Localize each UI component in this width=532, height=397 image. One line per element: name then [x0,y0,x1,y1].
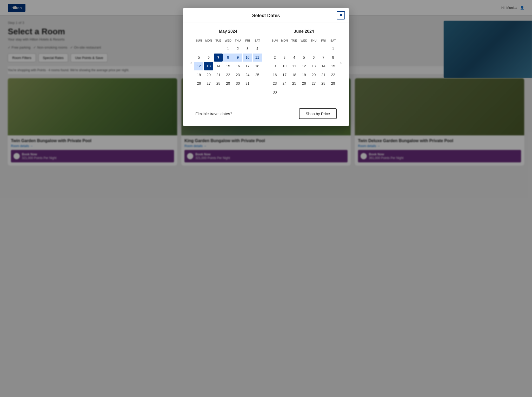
may-day-25[interactable]: 25 [253,71,262,79]
may-empty-1 [194,45,203,53]
june-empty-end-1 [280,88,289,97]
june-empty-1 [270,45,279,53]
calendars: May 2024 SUN MON TUE WED THU FRI SAT [194,29,338,97]
may-fri-header: FRI [243,38,252,44]
may-empty-end [253,80,262,88]
may-day-24[interactable]: 24 [243,71,252,79]
june-empty-4 [299,45,308,53]
modal-overlay: Select Dates ✕ ‹ › May 2024 SUN MON [0,0,532,397]
june-calendar-grid: SUN MON TUE WED THU FRI SAT [270,38,338,97]
june-sun-header: SUN [270,38,279,44]
may-day-30[interactable]: 30 [233,80,242,88]
june-empty-end-5 [319,88,328,97]
june-empty-end-4 [309,88,318,97]
may-empty-3 [214,45,223,53]
june-fri-header: FRI [319,38,328,44]
june-calendar: June 2024 SUN MON TUE WED THU FRI SAT [270,29,338,97]
may-day-18[interactable]: 18 [253,62,262,70]
select-dates-modal: Select Dates ✕ ‹ › May 2024 SUN MON [183,8,349,126]
may-day-9[interactable]: 9 [233,54,242,62]
june-day-19[interactable]: 19 [299,71,308,79]
may-tue-header: TUE [214,38,223,44]
june-day-4[interactable]: 4 [290,54,299,62]
may-day-28[interactable]: 28 [214,80,223,88]
june-day-7[interactable]: 7 [319,54,328,62]
may-calendar-title: May 2024 [194,29,262,34]
may-day-31[interactable]: 31 [243,80,252,88]
may-thu-header: THU [233,38,242,44]
june-empty-2 [280,45,289,53]
may-day-6[interactable]: 6 [204,54,213,62]
june-day-9[interactable]: 9 [270,62,279,70]
may-day-22[interactable]: 22 [223,71,232,79]
june-calendar-title: June 2024 [270,29,338,34]
june-day-27[interactable]: 27 [309,80,318,88]
may-day-15[interactable]: 15 [223,62,232,70]
may-day-19[interactable]: 19 [194,71,203,79]
june-day-29[interactable]: 29 [329,80,338,88]
june-empty-end-2 [290,88,299,97]
may-day-20[interactable]: 20 [204,71,213,79]
may-day-12[interactable]: 12 [194,62,203,70]
may-day-11[interactable]: 11 [253,54,262,62]
june-day-30[interactable]: 30 [270,88,279,97]
modal-footer: Flexible travel dates? Shop by Price [189,108,343,119]
may-day-5[interactable]: 5 [194,54,203,62]
june-day-10[interactable]: 10 [280,62,289,70]
june-day-1[interactable]: 1 [329,45,338,53]
next-month-button[interactable]: › [339,58,343,67]
june-day-24[interactable]: 24 [280,80,289,88]
may-day-1[interactable]: 1 [223,45,232,53]
may-mon-header: MON [204,38,213,44]
may-day-26[interactable]: 26 [194,80,203,88]
june-day-21[interactable]: 21 [319,71,328,79]
june-day-5[interactable]: 5 [299,54,308,62]
may-day-16[interactable]: 16 [233,62,242,70]
june-day-26[interactable]: 26 [299,80,308,88]
june-day-3[interactable]: 3 [280,54,289,62]
june-day-28[interactable]: 28 [319,80,328,88]
may-day-14[interactable]: 14 [214,62,223,70]
june-day-12[interactable]: 12 [299,62,308,70]
june-day-23[interactable]: 23 [270,80,279,88]
may-day-3[interactable]: 3 [243,45,252,53]
may-day-27[interactable]: 27 [204,80,213,88]
june-tue-header: TUE [290,38,299,44]
prev-month-button[interactable]: ‹ [189,58,193,67]
june-empty-6 [319,45,328,53]
june-day-20[interactable]: 20 [309,71,318,79]
june-day-14[interactable]: 14 [319,62,328,70]
modal-body: ‹ › May 2024 SUN MON TUE WED THU FRI [183,23,349,119]
june-sat-header: SAT [329,38,338,44]
may-day-17[interactable]: 17 [243,62,252,70]
june-day-13[interactable]: 13 [309,62,318,70]
may-sun-header: SUN [194,38,203,44]
june-day-18[interactable]: 18 [290,71,299,79]
june-day-16[interactable]: 16 [270,71,279,79]
june-empty-end-3 [299,88,308,97]
may-day-10[interactable]: 10 [243,54,252,62]
may-day-13[interactable]: 13 [204,62,213,70]
may-day-21[interactable]: 21 [214,71,223,79]
shop-by-price-button[interactable]: Shop by Price [299,108,337,119]
june-day-22[interactable]: 22 [329,71,338,79]
june-day-15[interactable]: 15 [329,62,338,70]
may-day-4[interactable]: 4 [253,45,262,53]
june-day-8[interactable]: 8 [329,54,338,62]
june-empty-3 [290,45,299,53]
june-day-2[interactable]: 2 [270,54,279,62]
may-day-23[interactable]: 23 [233,71,242,79]
may-empty-2 [204,45,213,53]
may-day-29[interactable]: 29 [223,80,232,88]
modal-divider [189,103,343,103]
may-day-8[interactable]: 8 [223,54,232,62]
june-day-25[interactable]: 25 [290,80,299,88]
june-day-17[interactable]: 17 [280,71,289,79]
june-empty-5 [309,45,318,53]
modal-close-button[interactable]: ✕ [337,11,345,19]
june-day-6[interactable]: 6 [309,54,318,62]
may-day-7[interactable]: 7 [214,54,223,62]
modal-title: Select Dates [252,13,280,18]
june-day-11[interactable]: 11 [290,62,299,70]
may-day-2[interactable]: 2 [233,45,242,53]
